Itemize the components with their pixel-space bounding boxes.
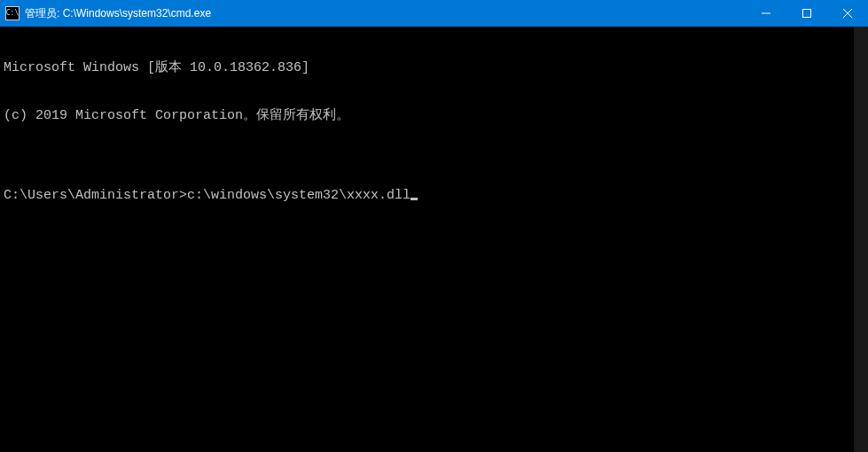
vertical-scrollbar[interactable] bbox=[854, 27, 868, 452]
close-icon bbox=[843, 9, 852, 18]
terminal-input: c:\windows\system32\xxxx.dll bbox=[187, 188, 411, 203]
app-icon[interactable]: C:\ bbox=[5, 6, 20, 20]
terminal-cursor bbox=[411, 198, 418, 200]
terminal-line: Microsoft Windows [版本 10.0.18362.836] bbox=[4, 60, 864, 76]
minimize-button[interactable] bbox=[746, 0, 786, 27]
terminal-line: (c) 2019 Microsoft Corporation。保留所有权利。 bbox=[4, 108, 864, 124]
window-controls bbox=[746, 0, 868, 27]
svg-rect-1 bbox=[803, 10, 811, 18]
maximize-icon bbox=[802, 9, 811, 18]
terminal-prompt-line: C:\Users\Administrator>c:\windows\system… bbox=[4, 188, 864, 204]
close-button[interactable] bbox=[827, 0, 868, 27]
minimize-icon bbox=[762, 9, 770, 18]
maximize-button[interactable] bbox=[786, 0, 827, 27]
cmd-window: C:\ 管理员: C:\Windows\system32\cmd.exe bbox=[0, 0, 868, 452]
terminal-prompt: C:\Users\Administrator> bbox=[4, 188, 187, 203]
terminal-area[interactable]: Microsoft Windows [版本 10.0.18362.836] (c… bbox=[0, 27, 868, 452]
app-icon-text: C:\ bbox=[6, 10, 19, 17]
titlebar[interactable]: C:\ 管理员: C:\Windows\system32\cmd.exe bbox=[0, 0, 868, 27]
window-title: 管理员: C:\Windows\system32\cmd.exe bbox=[25, 6, 211, 21]
